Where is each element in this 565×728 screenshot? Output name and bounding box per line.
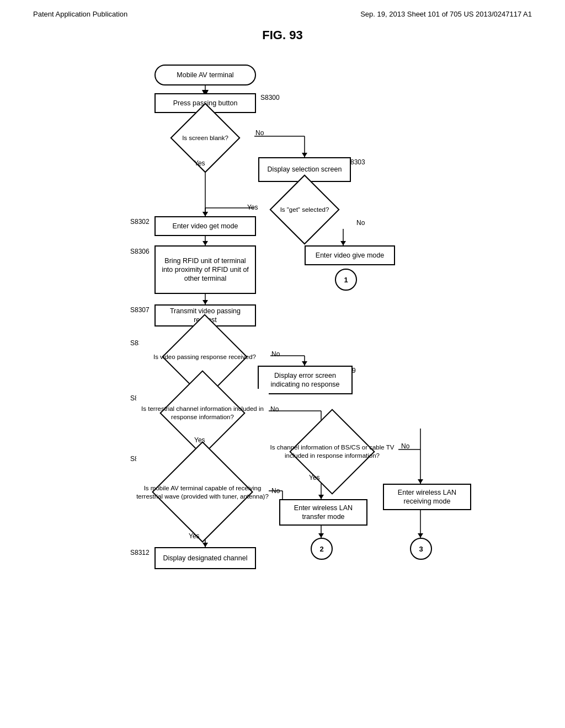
header-left: Patent Application Publication [33, 10, 127, 18]
circle-1: 1 [335, 269, 357, 291]
s8307-label: S8307 [130, 306, 150, 314]
s8311-yes-label: Yes [189, 532, 200, 540]
svg-marker-24 [302, 361, 307, 366]
svg-marker-42 [202, 543, 208, 547]
s8311-diamond: Is mobile AV terminal capable of receivi… [136, 449, 269, 535]
s8306-box: Bring RFID unit of terminal into proximi… [154, 245, 256, 294]
s8301-no-label: No [255, 129, 264, 137]
s8312-label: S8312 [130, 549, 150, 556]
s8302-label: S8302 [130, 218, 150, 226]
start-node: Mobile AV terminal [154, 65, 256, 85]
header-right: Sep. 19, 2013 Sheet 101 of 705 US 2013/0… [360, 10, 532, 18]
svg-marker-46 [418, 533, 423, 538]
flowchart-diagram: Mobile AV terminal S8300 Press passing b… [34, 53, 531, 693]
s8315-box: Enter wireless LAN receiving mode [383, 484, 471, 510]
s8314-no-label: No [401, 442, 409, 450]
s8306-label: S8306 [130, 248, 150, 255]
s8304-yes-label: Yes [247, 204, 258, 211]
svg-marker-5 [302, 153, 307, 157]
svg-marker-32 [418, 479, 423, 484]
s8310-diamond: Is terrestrial channel information inclu… [136, 389, 269, 437]
svg-marker-34 [318, 495, 324, 499]
figure-title: FIG. 93 [0, 28, 565, 42]
circle-3: 3 [410, 538, 432, 560]
circle-2: 2 [311, 538, 333, 560]
s8311-no-label: No [271, 487, 280, 495]
svg-marker-12 [202, 212, 208, 216]
s8310-no-label: No [270, 405, 279, 413]
s8301-yes-label: Yes [194, 159, 205, 167]
svg-marker-17 [202, 241, 208, 245]
s8314-diamond: Is channel information of BS/CS or cable… [266, 427, 398, 476]
s8300-label: S8300 [260, 94, 280, 101]
s8302-box: Enter video get mode [154, 216, 256, 236]
s8304-no-label: No [356, 219, 365, 227]
s8304-diamond: Is "get" selected? [255, 190, 354, 229]
s8309-box: Display error screen indicating no respo… [258, 366, 353, 394]
s8305-box: Enter video give mode [305, 245, 395, 265]
s8308-no-label: No [271, 350, 280, 358]
svg-marker-44 [318, 533, 324, 538]
s8301-diamond: Is screen blank? [157, 119, 254, 157]
svg-marker-10 [202, 212, 208, 216]
s8312-box: Display designated channel [154, 547, 256, 569]
svg-marker-15 [340, 241, 346, 245]
page-header: Patent Application Publication Sep. 19, … [0, 0, 565, 23]
s8313-box: Enter wireless LAN transfer mode [279, 499, 367, 526]
svg-marker-19 [202, 300, 208, 304]
s8314-yes-label: Yes [309, 474, 320, 481]
